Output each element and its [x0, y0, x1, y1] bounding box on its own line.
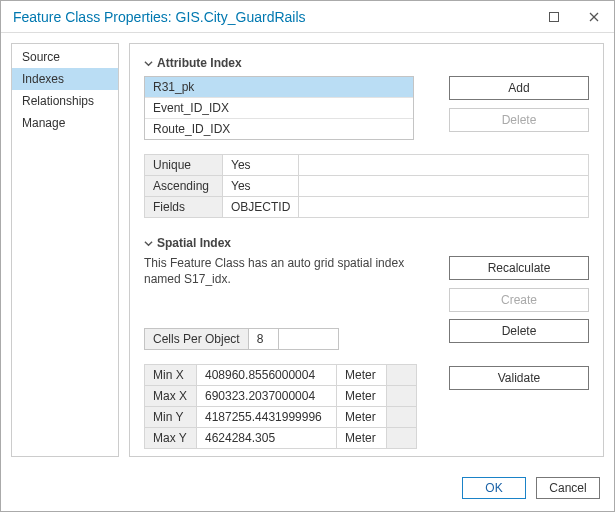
cancel-button[interactable]: Cancel [536, 477, 600, 499]
empty-cell [387, 365, 417, 386]
delete-spatial-button[interactable]: Delete [449, 319, 589, 343]
extent-value: 4624284.305 [197, 428, 337, 449]
sidebar-item-source[interactable]: Source [12, 46, 118, 68]
chevron-down-icon [144, 239, 153, 248]
attribute-buttons: Add Delete [449, 76, 589, 132]
fields-value: OBJECTID [223, 197, 299, 218]
empty-cell [299, 176, 589, 197]
cells-label: Cells Per Object [144, 328, 249, 350]
create-button: Create [449, 288, 589, 312]
empty-cell [387, 428, 417, 449]
close-button[interactable] [574, 1, 614, 33]
svg-rect-0 [550, 12, 559, 21]
unique-label: Unique [145, 155, 223, 176]
spatial-buttons-2: Delete [449, 319, 589, 343]
spatial-index-title: Spatial Index [157, 236, 231, 250]
extent-value: 690323.2037000004 [197, 386, 337, 407]
dialog: Feature Class Properties: GIS.City_Guard… [0, 0, 615, 512]
attribute-index-header[interactable]: Attribute Index [144, 56, 589, 70]
fields-label: Fields [145, 197, 223, 218]
table-row: Unique Yes [145, 155, 589, 176]
delete-attr-button: Delete [449, 108, 589, 132]
maximize-icon [549, 12, 559, 22]
extent-label: Max Y [145, 428, 197, 449]
dialog-body: Source Indexes Relationships Manage Attr… [1, 33, 614, 467]
table-row: Fields OBJECTID [145, 197, 589, 218]
spatial-desc-row: This Feature Class has an auto grid spat… [144, 256, 589, 312]
extent-row: Min X 408960.8556000004 Meter Max X 6903… [144, 350, 589, 449]
sidebar: Source Indexes Relationships Manage [11, 43, 119, 457]
attribute-props-table: Unique Yes Ascending Yes Fields OBJECTID [144, 154, 589, 218]
recalculate-button[interactable]: Recalculate [449, 256, 589, 280]
sidebar-item-manage[interactable]: Manage [12, 112, 118, 134]
validate-button[interactable]: Validate [449, 366, 589, 390]
main-panel: Attribute Index R31_pk Event_ID_IDX Rout… [129, 43, 604, 457]
chevron-down-icon [144, 59, 153, 68]
index-item[interactable]: Event_ID_IDX [145, 98, 413, 119]
cells-per-object: Cells Per Object 8 [144, 328, 339, 350]
sidebar-item-indexes[interactable]: Indexes [12, 68, 118, 90]
empty-cell [299, 197, 589, 218]
extent-label: Min Y [145, 407, 197, 428]
table-row: Min Y 4187255.4431999996 Meter [145, 407, 417, 428]
dialog-footer: OK Cancel [1, 467, 614, 511]
spatial-index-header[interactable]: Spatial Index [144, 236, 589, 250]
ascending-value: Yes [223, 176, 299, 197]
table-row: Max Y 4624284.305 Meter [145, 428, 417, 449]
extent-label: Max X [145, 386, 197, 407]
close-icon [589, 12, 599, 22]
extent-unit: Meter [337, 365, 387, 386]
table-row: Min X 408960.8556000004 Meter [145, 365, 417, 386]
table-row: Max X 690323.2037000004 Meter [145, 386, 417, 407]
extent-unit: Meter [337, 407, 387, 428]
empty-cell [279, 328, 339, 350]
ascending-label: Ascending [145, 176, 223, 197]
empty-cell [387, 407, 417, 428]
attribute-index-list[interactable]: R31_pk Event_ID_IDX Route_ID_IDX [144, 76, 414, 140]
ok-button[interactable]: OK [462, 477, 526, 499]
empty-cell [299, 155, 589, 176]
dialog-title: Feature Class Properties: GIS.City_Guard… [13, 9, 534, 25]
attribute-index-row: R31_pk Event_ID_IDX Route_ID_IDX Add Del… [144, 76, 589, 140]
titlebar: Feature Class Properties: GIS.City_Guard… [1, 1, 614, 33]
index-item[interactable]: Route_ID_IDX [145, 119, 413, 139]
attribute-index-title: Attribute Index [157, 56, 242, 70]
cells-row: Cells Per Object 8 Delete [144, 312, 589, 350]
spatial-index-description: This Feature Class has an auto grid spat… [144, 256, 414, 287]
extent-unit: Meter [337, 386, 387, 407]
extent-table: Min X 408960.8556000004 Meter Max X 6903… [144, 364, 417, 449]
sidebar-item-relationships[interactable]: Relationships [12, 90, 118, 112]
extent-value: 4187255.4431999996 [197, 407, 337, 428]
add-button[interactable]: Add [449, 76, 589, 100]
cells-value: 8 [249, 328, 279, 350]
maximize-button[interactable] [534, 1, 574, 33]
unique-value: Yes [223, 155, 299, 176]
extent-label: Min X [145, 365, 197, 386]
spatial-buttons-1: Recalculate Create [449, 256, 589, 312]
spatial-buttons-3: Validate [449, 350, 589, 390]
index-item[interactable]: R31_pk [145, 77, 413, 98]
table-row: Ascending Yes [145, 176, 589, 197]
extent-unit: Meter [337, 428, 387, 449]
empty-cell [387, 386, 417, 407]
extent-value: 408960.8556000004 [197, 365, 337, 386]
